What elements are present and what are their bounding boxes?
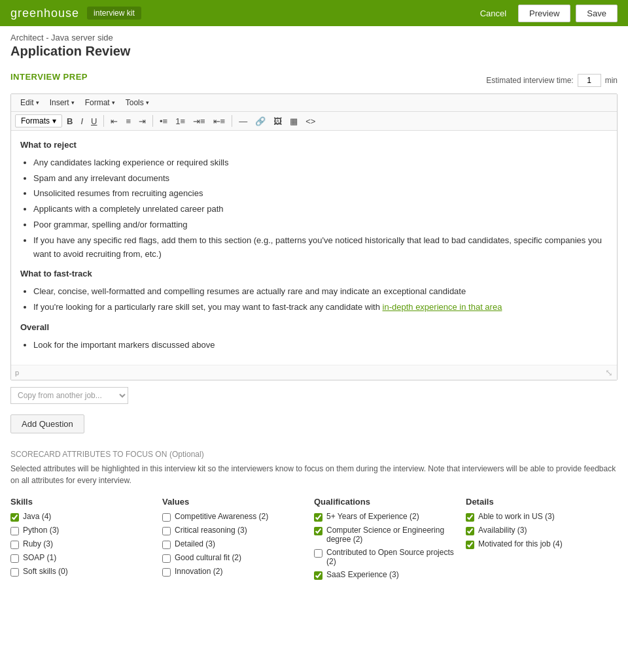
list-item: If you have any specific red flags, add … — [33, 234, 608, 261]
menu-format[interactable]: Format ▾ — [80, 97, 120, 109]
interview-prep-title: INTERVIEW PREP — [10, 72, 88, 82]
skills-title: Skills — [10, 497, 152, 507]
availability-checkbox[interactable] — [466, 527, 474, 535]
competitive-label[interactable]: Competitive Awareness (2) — [175, 512, 268, 521]
scorecard-item: Java (4) — [10, 512, 152, 522]
list-item: If you're looking for a particularly rar… — [33, 301, 608, 314]
detailed-checkbox[interactable] — [162, 541, 171, 549]
resize-handle[interactable]: ⤡ — [605, 367, 613, 378]
editor-tag: p — [15, 369, 19, 377]
preview-button[interactable]: Preview — [518, 5, 570, 22]
list-item: Look for the important markers discussed… — [33, 339, 608, 352]
separator-3 — [232, 115, 232, 127]
link-button[interactable]: 🔗 — [252, 115, 269, 127]
scorecard-item: Contributed to Open Source projects (2) — [314, 548, 455, 566]
list-item: Poor grammar, spelling and/or formatting — [33, 218, 608, 232]
scorecard-columns: Skills Java (4) Python (3) Ruby (3) SOAP… — [10, 497, 618, 584]
italic-button[interactable]: I — [77, 115, 86, 127]
ruby-checkbox[interactable] — [10, 541, 19, 549]
cultural-fit-label[interactable]: Good cultural fit (2) — [175, 553, 241, 562]
estimated-time-label: Estimated interview time: — [486, 76, 573, 85]
motivated-checkbox[interactable] — [466, 541, 474, 549]
qualifications-title: Qualifications — [314, 497, 455, 507]
saas-label[interactable]: SaaS Experience (3) — [326, 570, 399, 579]
inline-link[interactable]: in-depth experience in that area — [383, 302, 502, 312]
innovation-label[interactable]: Innovation (2) — [175, 567, 222, 576]
interview-kit-badge: interview kit — [87, 7, 141, 20]
format-chevron: ▾ — [112, 99, 115, 106]
soap-label[interactable]: SOAP (1) — [23, 553, 56, 562]
scorecard-item: Soft skills (0) — [10, 567, 152, 577]
cs-degree-checkbox[interactable] — [314, 527, 323, 535]
editor-body[interactable]: What to reject Any candidates lacking ex… — [11, 131, 617, 365]
interview-prep-header: INTERVIEW PREP Estimated interview time:… — [10, 72, 618, 88]
scorecard-item: Ruby (3) — [10, 539, 152, 549]
saas-checkbox[interactable] — [314, 571, 323, 580]
scorecard-item: Availability (3) — [466, 526, 607, 535]
image-button[interactable]: 🖼 — [270, 115, 285, 127]
logo: greenhouse — [10, 7, 79, 20]
formats-dropdown[interactable]: Formats ▾ — [15, 114, 62, 127]
years-exp-label[interactable]: 5+ Years of Experience (2) — [326, 512, 419, 521]
copy-job-dropdown: Copy from another job... — [10, 387, 618, 404]
years-exp-checkbox[interactable] — [314, 513, 323, 522]
align-center-button[interactable]: ≡ — [122, 115, 134, 127]
numbered-list-button[interactable]: 1≡ — [172, 115, 188, 127]
align-right-button[interactable]: ⇥ — [135, 115, 149, 127]
work-us-checkbox[interactable] — [466, 513, 474, 522]
open-source-label[interactable]: Contributed to Open Source projects (2) — [326, 548, 455, 566]
innovation-checkbox[interactable] — [162, 568, 171, 577]
table-button[interactable]: ▦ — [287, 115, 301, 127]
scorecard-item: Good cultural fit (2) — [162, 553, 304, 563]
align-left-button[interactable]: ⇤ — [107, 115, 121, 127]
scorecard-item: Critical reasoning (3) — [162, 526, 304, 535]
values-title: Values — [162, 497, 304, 507]
java-checkbox[interactable] — [10, 513, 19, 522]
detailed-label[interactable]: Detailed (3) — [175, 539, 215, 548]
hr-button[interactable]: — — [236, 115, 251, 127]
underline-button[interactable]: U — [88, 115, 100, 127]
scorecard-title: SCORECARD ATTRIBUTES TO FOCUS ON (Option… — [10, 449, 618, 459]
add-question-button[interactable]: Add Question — [10, 414, 84, 433]
editor-toolbar: Formats ▾ B I U ⇤ ≡ ⇥ •≡ 1≡ ⇥≡ ⇤≡ — 🔗 🖼 … — [11, 112, 617, 131]
menu-edit[interactable]: Edit ▾ — [15, 97, 44, 109]
open-source-checkbox[interactable] — [314, 549, 323, 558]
menu-tools[interactable]: Tools ▾ — [120, 97, 154, 109]
menu-insert[interactable]: Insert ▾ — [44, 97, 80, 109]
python-checkbox[interactable] — [10, 527, 19, 535]
python-label[interactable]: Python (3) — [23, 526, 59, 535]
scorecard-title-text: SCORECARD ATTRIBUTES TO FOCUS ON — [10, 450, 167, 459]
cultural-fit-checkbox[interactable] — [162, 554, 171, 563]
motivated-label[interactable]: Motivated for this job (4) — [478, 539, 563, 548]
copy-job-select[interactable]: Copy from another job... — [10, 387, 128, 404]
availability-label[interactable]: Availability (3) — [478, 526, 527, 535]
soft-skills-label[interactable]: Soft skills (0) — [23, 567, 68, 576]
cs-degree-label[interactable]: Computer Science or Engineering degree (… — [326, 526, 455, 544]
insert-chevron: ▾ — [71, 99, 75, 106]
critical-label[interactable]: Critical reasoning (3) — [175, 526, 247, 535]
java-label[interactable]: Java (4) — [23, 512, 51, 521]
critical-checkbox[interactable] — [162, 527, 171, 535]
indent-button[interactable]: ⇥≡ — [190, 115, 209, 127]
save-button[interactable]: Save — [576, 5, 618, 22]
estimated-time-input[interactable] — [578, 74, 601, 87]
page-title: Application Review — [10, 44, 618, 59]
competitive-checkbox[interactable] — [162, 513, 171, 522]
work-us-label[interactable]: Able to work in US (3) — [478, 512, 555, 521]
page: Architect - Java server side Application… — [0, 26, 628, 603]
ruby-label[interactable]: Ruby (3) — [23, 539, 53, 548]
code-button[interactable]: <> — [302, 115, 319, 127]
list-item: Clear, concise, well-formatted and compe… — [33, 285, 608, 299]
edit-chevron: ▾ — [36, 99, 39, 106]
scorecard-optional: (Optional) — [169, 450, 204, 459]
header-left: greenhouse interview kit — [10, 7, 141, 20]
scorecard-item: 5+ Years of Experience (2) — [314, 512, 455, 522]
cancel-button[interactable]: Cancel — [474, 5, 513, 22]
soap-checkbox[interactable] — [10, 554, 19, 563]
list-item: Unsolicited resumes from recruiting agen… — [33, 187, 608, 201]
bullet-list-button[interactable]: •≡ — [156, 115, 171, 127]
bold-button[interactable]: B — [63, 115, 76, 127]
header: greenhouse interview kit Cancel Preview … — [0, 0, 628, 26]
outdent-button[interactable]: ⇤≡ — [210, 115, 229, 127]
soft-skills-checkbox[interactable] — [10, 568, 19, 577]
